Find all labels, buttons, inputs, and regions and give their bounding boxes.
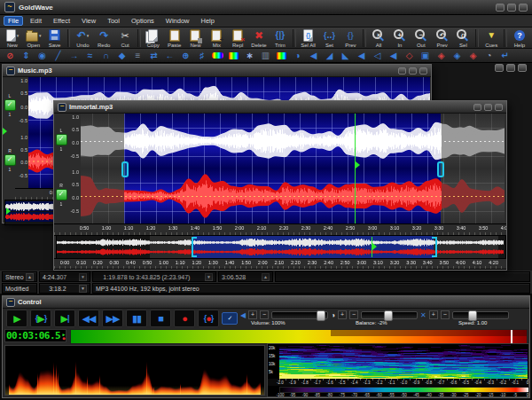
spectrum-filter-icon[interactable]: [210, 50, 225, 62]
play-selection-button[interactable]: {▶}: [30, 310, 51, 327]
shift-left-icon[interactable]: ←: [162, 50, 177, 62]
toolbar-button-save[interactable]: Save: [44, 28, 66, 48]
immortal-maximize-button[interactable]: [484, 104, 492, 111]
monitor-toggle-icon[interactable]: ⊘: [3, 50, 18, 62]
immortal-overview-ruler[interactable]: 0:000:100:200:300:400:501:001:101:201:30…: [54, 258, 506, 270]
balance-slider-thumb[interactable]: [384, 310, 393, 321]
volume-slider-thumb[interactable]: [317, 310, 325, 321]
immortal-close-button[interactable]: [495, 104, 503, 111]
channel-enable-checkbox[interactable]: ✓: [56, 189, 67, 200]
mdi-restore-button[interactable]: [506, 64, 515, 72]
maximize-button[interactable]: [507, 4, 516, 12]
insert-mix-icon[interactable]: ⊕: [178, 50, 193, 62]
toolbar-button-in[interactable]: +In: [389, 28, 411, 48]
toolbar-button-cut[interactable]: ✂Cut: [114, 28, 136, 48]
immortal-left-waveform[interactable]: [81, 114, 505, 169]
control-title-bar[interactable]: ~ Control: [3, 296, 529, 309]
toolbar-button-copy[interactable]: Copy: [143, 28, 164, 48]
status-selection-arrow-icon[interactable]: ▼: [205, 273, 213, 281]
music-playback-marker-icon[interactable]: [3, 128, 7, 135]
music-window-title-bar[interactable]: ~ Music.mp3: [3, 65, 431, 77]
channel-enable-checkbox[interactable]: ✓: [4, 99, 16, 111]
spectrum-view-icon[interactable]: [274, 50, 289, 62]
selection-start-bracket-icon[interactable]: [192, 237, 197, 257]
speaker-eq-icon[interactable]: ◀: [354, 50, 369, 62]
volume-decrease-button[interactable]: −: [260, 310, 269, 319]
invert-phase-icon[interactable]: ◑: [290, 50, 305, 62]
toolbar-button-repl[interactable]: ×Repl: [227, 28, 248, 48]
doppler-icon[interactable]: ◆: [114, 50, 129, 62]
dropdown-arrow-icon[interactable]: ▾: [39, 33, 42, 38]
mdi-minimize-button[interactable]: [495, 64, 504, 72]
toolbar-button-sel[interactable]: {}Sel: [453, 28, 474, 48]
menu-item-window[interactable]: Window: [161, 16, 194, 26]
toolbar-button-mix[interactable]: +Mix: [206, 28, 227, 48]
mdi-close-button[interactable]: [518, 64, 527, 72]
record-button[interactable]: ●: [174, 310, 195, 327]
playback-position-line[interactable]: [355, 114, 356, 224]
cue-jump-back-icon[interactable]: ◈: [434, 50, 449, 62]
music-overview-marker-icon[interactable]: [6, 208, 11, 215]
menu-item-tool[interactable]: Tool: [103, 16, 124, 26]
channel-enable-checkbox[interactable]: ✓: [56, 134, 67, 145]
cue-drop-icon[interactable]: ◈: [466, 50, 481, 62]
cue-jump-icon[interactable]: ◈: [450, 50, 465, 62]
cue-flag-icon[interactable]: ◇: [402, 50, 417, 62]
comment-disable-icon[interactable]: ▣: [418, 50, 433, 62]
slope-icon[interactable]: ╱: [51, 50, 66, 62]
status-position[interactable]: 3:06.528 ▲: [218, 271, 273, 282]
toolbar-button-new[interactable]: ▾New: [2, 28, 23, 48]
speaker-dot-icon[interactable]: ◀: [386, 50, 401, 62]
rewind-button[interactable]: ◀◀: [78, 310, 99, 327]
stop-button[interactable]: ■: [150, 310, 171, 327]
toolbar-button-open[interactable]: ▾Open: [23, 28, 44, 48]
spectrogram-visual[interactable]: 20k15k10k5k -2.0-1.9-1.8-1.7-1.6-1.5-1.4…: [267, 343, 529, 397]
playback-position-marker-icon[interactable]: [356, 161, 360, 169]
equalizer-icon[interactable]: ♯: [194, 50, 209, 62]
selection-end-handle[interactable]: [437, 161, 444, 177]
play-button[interactable]: ▶: [6, 310, 27, 327]
balance-decrease-button[interactable]: −: [349, 310, 358, 319]
music-close-button[interactable]: [419, 67, 427, 75]
flanger-icon[interactable]: ≈: [82, 50, 98, 62]
dropdown-arrow-icon[interactable]: ▾: [87, 33, 90, 38]
volume-increase-button[interactable]: +: [248, 310, 257, 319]
speed-slider[interactable]: [452, 311, 509, 319]
record-selection-button[interactable]: {●}: [198, 310, 219, 327]
volume-shape-icon[interactable]: ⇕: [19, 50, 34, 62]
dropdown-arrow-icon[interactable]: ▾: [17, 33, 20, 38]
menu-item-help[interactable]: Help: [197, 16, 219, 26]
toolbar-button-new[interactable]: New: [185, 28, 207, 48]
interpolate-icon[interactable]: ▥: [258, 50, 273, 62]
status-channel-mode[interactable]: Stereo ▲: [2, 271, 37, 282]
timer-icon[interactable]: ◔: [481, 50, 497, 62]
speaker-mute-icon[interactable]: ◁: [370, 50, 385, 62]
immortal-minimize-button[interactable]: [473, 104, 481, 111]
toolbar-button-all[interactable]: ×All: [368, 28, 389, 48]
immortal-window[interactable]: ~ Immortal.mp3 L ✓ 1 R ✓ 1: [53, 100, 507, 271]
status-mode-arrow-icon[interactable]: ▲: [26, 273, 34, 281]
minimize-button[interactable]: [496, 4, 505, 12]
play-marker-button[interactable]: ▶|: [54, 310, 75, 327]
status-length-arrow-icon[interactable]: ▼: [79, 273, 87, 281]
pitch-icon[interactable]: ◉: [35, 50, 50, 62]
speaker-left-icon[interactable]: ◀: [306, 50, 321, 62]
toolbar-button-out[interactable]: −Out: [411, 28, 432, 48]
speed-slider-thumb[interactable]: [468, 310, 477, 321]
music-minimize-button[interactable]: [398, 67, 406, 75]
fade-in-icon[interactable]: ◢: [322, 50, 337, 62]
volume-slider[interactable]: [271, 311, 328, 319]
fast-forward-button[interactable]: ▶▶: [102, 310, 123, 327]
pause-button[interactable]: ▮▮: [126, 310, 147, 327]
toolbar-button-trim[interactable]: {|}Trim: [270, 28, 291, 48]
menu-item-effect[interactable]: Effect: [49, 16, 74, 26]
immortal-overview[interactable]: [56, 235, 506, 259]
reverse-icon[interactable]: ∩: [98, 50, 113, 62]
balance-increase-button[interactable]: +: [338, 310, 347, 319]
playlist-icon[interactable]: ≡: [130, 50, 145, 62]
menu-item-file[interactable]: File: [4, 16, 23, 26]
spectrum-fire-visual[interactable]: [4, 345, 265, 396]
playback-progress-meter[interactable]: [70, 329, 528, 344]
status-zoom[interactable]: 3:18.2 ▼: [39, 283, 90, 294]
toolbar-button-prev[interactable]: ↶Prev: [432, 28, 453, 48]
